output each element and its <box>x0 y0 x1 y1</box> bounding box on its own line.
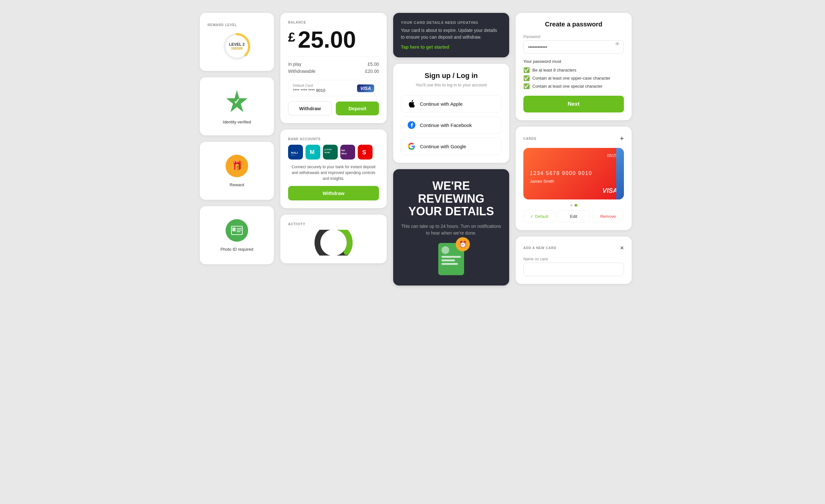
currency-symbol: £ <box>288 30 295 44</box>
svg-text:BANK: BANK <box>324 151 330 153</box>
password-title: Create a password <box>523 21 624 28</box>
balance-amount: £ 25.00 <box>288 28 379 51</box>
bank-accounts-card: BANK ACCOUNTS HALI FAX M <box>280 130 387 208</box>
bank-logo-lloyds[interactable]: LLOYDS BANK <box>323 145 338 159</box>
card-update-body: Your card is about to expire. Update you… <box>401 27 502 41</box>
credit-card: 05/25 1234 5678 9000 9010 James Smith VI… <box>523 148 624 200</box>
review-body: This can take up to 24 hours. Turn on no… <box>401 223 502 236</box>
in-play-row: In play £5.00 <box>288 61 379 68</box>
svg-text:S: S <box>362 149 366 156</box>
apple-login-button[interactable]: Continue with Apple <box>401 95 502 113</box>
check-icon: ✓ <box>530 214 534 219</box>
facebook-login-label: Continue with Facebook <box>420 123 472 128</box>
second-card-peek <box>616 148 624 200</box>
activity-label: ACTIVITY <box>288 222 379 226</box>
photo-id-icon <box>226 219 248 242</box>
col1: REWARD LEVEL LEVEL 2 150/500 ✓ <box>200 13 274 286</box>
facebook-icon <box>408 121 416 129</box>
bank-accounts-label: BANK ACCOUNTS <box>288 137 379 141</box>
rule-2-check-icon: ✅ <box>523 75 530 81</box>
name-on-card-field: Name on card <box>523 257 624 276</box>
google-login-label: Continue with Google <box>420 144 466 149</box>
rule-1-check-icon: ✅ <box>523 67 530 73</box>
visa-badge: VISA <box>357 84 374 92</box>
apple-login-label: Continue with Apple <box>420 101 463 107</box>
name-on-card-input[interactable] <box>523 263 624 276</box>
rule-1: ✅ Be at least 8 characters <box>523 67 624 73</box>
bank-logo-santander[interactable]: S <box>358 145 373 159</box>
bank-logo-halifax[interactable]: HALI FAX <box>288 145 303 159</box>
dot-2-active <box>575 204 577 207</box>
cards-card: CARDS + 05/25 1234 5678 9000 9010 James … <box>516 127 631 230</box>
balance-actions: Withdraw Deposit <box>288 101 379 115</box>
cards-header: CARDS + <box>523 134 624 143</box>
col2: BALANCE £ 25.00 In play £5.00 Withdrawab… <box>280 13 387 286</box>
next-button[interactable]: Next <box>523 96 624 113</box>
col3: YOUR CARD DETAILS NEED UPDATING Your car… <box>393 13 509 286</box>
card-number-text: **** **** **** 9010 <box>293 88 325 93</box>
name-on-card-label: Name on card <box>523 257 624 261</box>
eye-icon[interactable]: 👁 <box>615 41 620 47</box>
bank-logo-monzo[interactable]: M <box>305 145 320 159</box>
bank-logos: HALI FAX M LLOYDS BANK <box>288 145 379 159</box>
google-login-button[interactable]: Continue with Google <box>401 138 502 155</box>
reward-card: 🎁 Reward <box>200 142 274 200</box>
dot-1 <box>570 204 573 207</box>
google-icon <box>408 142 416 150</box>
reward-level-label: REWARD LEVEL <box>208 23 237 27</box>
reward-level-card: REWARD LEVEL LEVEL 2 150/500 <box>200 13 274 71</box>
col4: Create a password Password 👁 Your passwo… <box>516 13 631 286</box>
password-input-label: Password <box>523 34 624 39</box>
review-banner: WE'RE REVIEWING YOUR DETAILS This can ta… <box>393 169 509 286</box>
svg-text:Nat: Nat <box>341 149 345 151</box>
svg-rect-5 <box>232 227 236 231</box>
rules-title: Your password must <box>523 59 624 64</box>
close-add-card-button[interactable]: × <box>620 244 624 252</box>
withdraw-button[interactable]: Withdraw <box>288 101 332 115</box>
photo-id-card: Photo ID required <box>200 206 274 264</box>
identity-label: Identity verified <box>223 120 251 124</box>
rule-3-check-icon: ✅ <box>523 83 530 89</box>
default-card-label-text: Default Card <box>293 83 325 87</box>
level-text: LEVEL 2 <box>229 42 245 47</box>
card-visa-text: VISA <box>602 187 617 194</box>
default-card-button[interactable]: ✓ Default <box>523 210 555 222</box>
signup-subtitle: You'll use this to log in to your accoun… <box>401 82 502 87</box>
card-holder-name: James Smith <box>530 179 617 184</box>
apple-icon <box>408 100 416 107</box>
photo-id-label: Photo ID required <box>220 247 253 252</box>
bank-withdraw-button[interactable]: Withdraw <box>288 186 379 201</box>
reward-ring: LEVEL 2 150/500 <box>222 32 251 61</box>
add-card-title: ADD A NEW CARD <box>523 246 556 250</box>
svg-text:✓: ✓ <box>234 97 240 106</box>
activity-card: ACTIVITY <box>280 215 387 263</box>
card-update-link[interactable]: Tap here to get started <box>401 45 502 50</box>
svg-text:West: West <box>341 152 347 155</box>
review-title: WE'RE REVIEWING YOUR DETAILS <box>401 179 502 218</box>
rule-2: ✅ Contain at least one upper-case charac… <box>523 75 624 81</box>
add-card-icon-button[interactable]: + <box>620 134 624 143</box>
withdrawable-label: Withdrawable <box>288 69 315 74</box>
signup-title: Sign up / Log in <box>401 72 502 80</box>
reward-label: Reward <box>230 183 244 187</box>
add-card-header: ADD A NEW CARD × <box>523 244 624 252</box>
facebook-login-button[interactable]: Continue with Facebook <box>401 116 502 134</box>
edit-card-button[interactable]: Edit <box>558 210 590 222</box>
balance-details: In play £5.00 Withdrawable £20.00 <box>288 56 379 75</box>
cards-title: CARDS <box>523 137 537 141</box>
password-input[interactable] <box>523 40 624 54</box>
bank-logo-natwest[interactable]: Nat West <box>340 145 355 159</box>
card-update-title: YOUR CARD DETAILS NEED UPDATING <box>401 21 502 24</box>
create-password-card: Create a password Password 👁 Your passwo… <box>516 13 631 120</box>
review-illustration: ⏰ <box>438 243 464 275</box>
default-card-row: Default Card **** **** **** 9010 VISA <box>288 80 379 96</box>
balance-label: BALANCE <box>288 21 379 24</box>
points-text: 150/500 <box>229 47 245 50</box>
svg-text:M: M <box>310 149 314 155</box>
reward-icon: 🎁 <box>226 155 248 177</box>
amount-value: 25.00 <box>298 28 356 51</box>
card-actions: ✓ Default Edit Remove <box>523 210 624 222</box>
remove-card-button[interactable]: Remove <box>592 210 624 222</box>
deposit-button[interactable]: Deposit <box>336 101 379 115</box>
rule-3: ✅ Contain at least one special character <box>523 83 624 89</box>
